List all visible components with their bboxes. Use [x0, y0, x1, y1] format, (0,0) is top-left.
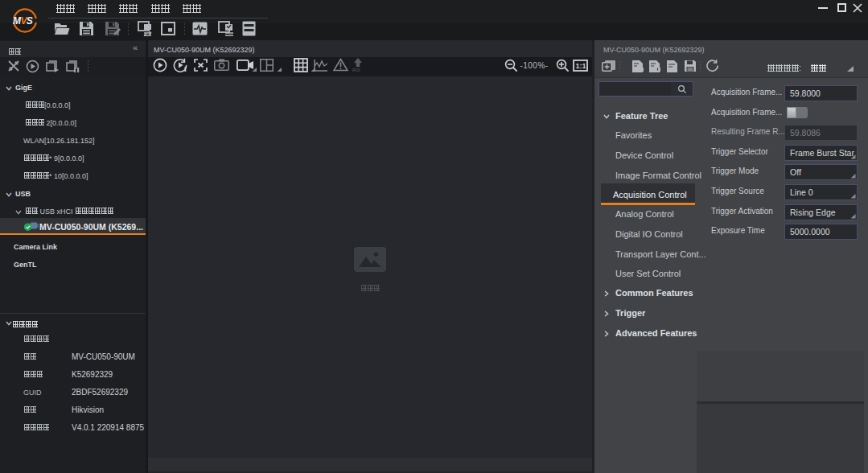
svg-text:MVS: MVS — [13, 15, 33, 27]
svg-text:ROI: ROI — [352, 68, 360, 72]
svg-text:1:1: 1:1 — [575, 62, 586, 70]
